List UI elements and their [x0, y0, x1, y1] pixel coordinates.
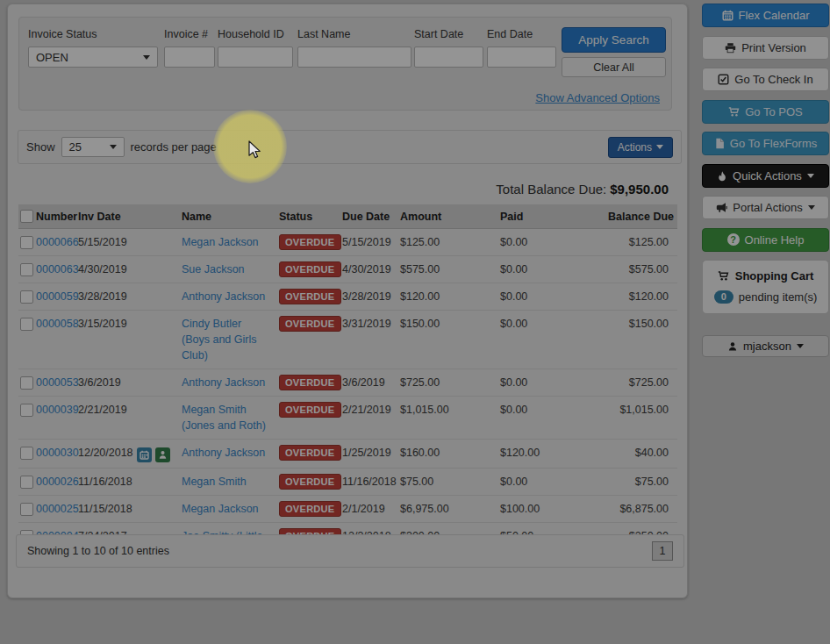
customer-name-link[interactable]: Anthony Jackson — [182, 447, 265, 459]
question-icon: ? — [727, 233, 740, 246]
table-footer: Showing 1 to 10 of 10 entries 1 — [16, 534, 684, 568]
user-menu-button[interactable]: mjackson — [702, 335, 829, 357]
cart-icon — [718, 270, 729, 282]
sidebar-button-portal-actions[interactable]: Portal Actions — [702, 196, 829, 219]
customer-name-link[interactable]: Megan Smith (Jones and Roth) — [182, 404, 266, 432]
invoice-number-link[interactable]: 0000039 — [36, 404, 79, 416]
row-checkbox[interactable] — [20, 290, 33, 304]
row-checkbox[interactable] — [20, 263, 33, 276]
apply-search-button[interactable]: Apply Search — [562, 27, 666, 53]
sidebar-button-go-to-check-in[interactable]: Go To Check In — [702, 68, 829, 91]
sidebar-button-go-to-flexforms[interactable]: Go To FlexForms — [702, 132, 829, 155]
chevron-down-icon — [797, 344, 804, 348]
row-checkbox[interactable] — [20, 318, 33, 331]
shopping-cart-box[interactable]: Shopping Cart 0 pending item(s) — [702, 260, 829, 314]
status-badge: OVERDUE — [279, 445, 341, 461]
invoice-number-link[interactable]: 0000030 — [36, 447, 79, 459]
customer-name-link[interactable]: Megan Jackson — [182, 236, 259, 248]
column-header-status[interactable]: Status — [272, 204, 337, 229]
customer-name-link[interactable]: Anthony Jackson — [182, 290, 265, 303]
invoice-status-select[interactable]: OPEN — [28, 47, 158, 68]
column-header-amount[interactable]: Amount — [398, 204, 490, 229]
invoice-number-link[interactable]: 0000053 — [36, 376, 79, 389]
column-header-number[interactable]: Number — [32, 204, 75, 229]
cart-pending-row: 0 pending item(s) — [703, 290, 828, 304]
actions-label: Actions — [618, 141, 652, 154]
invoice-input[interactable] — [164, 47, 215, 68]
last-name-input[interactable] — [297, 47, 411, 68]
end-date-input[interactable] — [487, 47, 556, 68]
invoice-date: 4/30/2019 — [78, 263, 127, 275]
customer-name-link[interactable]: Sue Jackson — [182, 263, 245, 275]
calendar-badge-icon[interactable] — [137, 447, 152, 462]
balance-due: $1,015.00 — [607, 397, 677, 440]
clear-all-button[interactable]: Clear All — [562, 57, 666, 77]
field-label: Last Name — [297, 28, 411, 40]
household-id-input[interactable] — [218, 47, 293, 68]
sidebar-button-print-version[interactable]: Print Version — [702, 36, 829, 60]
invoice-number-link[interactable]: 0000059 — [36, 290, 79, 303]
invoice-date: 3/15/2019 — [78, 318, 127, 330]
balance-due: $120.00 — [607, 283, 677, 311]
table-row: 000002611/16/2018Megan SmithOVERDUE11/16… — [18, 469, 677, 496]
status-badge: OVERDUE — [279, 289, 341, 304]
paid: $0.00 — [490, 369, 607, 397]
field-label: Household ID — [218, 28, 293, 40]
status-badge: OVERDUE — [279, 261, 341, 277]
invoice-date: 3/6/2019 — [78, 376, 121, 389]
column-header-inv-date[interactable]: Inv Date — [75, 204, 173, 229]
customer-name-link[interactable]: Megan Smith — [182, 476, 247, 488]
actions-button[interactable]: Actions — [608, 137, 673, 158]
sidebar-button-go-to-pos[interactable]: Go To POS — [702, 100, 829, 124]
sidebar: Flex CalendarPrint VersionGo To Check In… — [702, 4, 829, 357]
customer-name-link[interactable]: Cindy Butler (Boys and Girls Club) — [182, 318, 256, 361]
page-1-button[interactable]: 1 — [652, 541, 673, 561]
person-badge-icon[interactable] — [155, 447, 170, 462]
column-header-paid[interactable]: Paid — [490, 204, 607, 229]
table-row: 000003012/20/2018Anthony JacksonOVERDUE1… — [18, 440, 677, 469]
row-checkbox[interactable] — [20, 503, 33, 516]
invoice-number-link[interactable]: 0000025 — [36, 503, 79, 515]
flame-icon — [717, 170, 727, 182]
table-row: 000002511/15/2018Megan JacksonOVERDUE2/1… — [18, 496, 677, 523]
invoice-number-link[interactable]: 0000026 — [36, 476, 79, 488]
total-balance-amount: $9,950.00 — [610, 182, 669, 197]
row-checkbox[interactable] — [20, 447, 33, 460]
list-toolbar: Show 25 records per page Actions — [18, 130, 682, 164]
field-label: Invoice # — [164, 28, 215, 40]
invoice-number-link[interactable]: 0000066 — [36, 236, 79, 248]
sidebar-button-label: Quick Actions — [733, 169, 802, 182]
column-header-balance-due[interactable]: Balance Due — [607, 204, 677, 229]
customer-name-link[interactable]: Anthony Jackson — [182, 376, 265, 389]
status-badge: OVERDUE — [279, 375, 341, 390]
invoice-number-link[interactable]: 0000058 — [36, 318, 79, 330]
field-label: End Date — [487, 28, 556, 40]
status-badge: OVERDUE — [279, 474, 341, 490]
select-all-checkbox[interactable] — [20, 210, 33, 223]
row-checkbox[interactable] — [20, 476, 33, 489]
invoice-number-link[interactable]: 0000063 — [36, 263, 79, 275]
sidebar-button-quick-actions[interactable]: Quick Actions — [702, 164, 829, 188]
row-checkbox[interactable] — [20, 404, 33, 417]
sidebar-button-flex-calendar[interactable]: Flex Calendar — [702, 4, 829, 27]
chevron-down-icon — [808, 205, 815, 210]
due-date: 4/30/2019 — [337, 256, 398, 283]
column-header-name[interactable]: Name — [173, 204, 272, 229]
sidebar-button-label: Go To Check In — [734, 73, 812, 86]
search-field-invoice: Invoice # — [164, 28, 215, 68]
showing-entries-text: Showing 1 to 10 of 10 entries — [27, 545, 169, 557]
page-size-select[interactable]: 25 — [61, 137, 125, 157]
chevron-down-icon — [110, 145, 117, 149]
calendar-icon — [722, 10, 733, 21]
start-date-input[interactable] — [414, 47, 483, 68]
due-date: 2/21/2019 — [337, 397, 398, 440]
sidebar-button-online-help[interactable]: ?Online Help — [702, 228, 829, 252]
column-header-due-date[interactable]: Due Date — [337, 204, 398, 229]
person-icon — [727, 341, 738, 352]
customer-name-link[interactable]: Megan Jackson — [182, 503, 259, 515]
status-badge: OVERDUE — [279, 402, 341, 418]
table-row: 00000583/15/2019Cindy Butler (Boys and G… — [18, 311, 677, 369]
row-checkbox[interactable] — [20, 376, 33, 390]
show-advanced-options-link[interactable]: Show Advanced Options — [535, 91, 660, 104]
row-checkbox[interactable] — [20, 236, 33, 249]
